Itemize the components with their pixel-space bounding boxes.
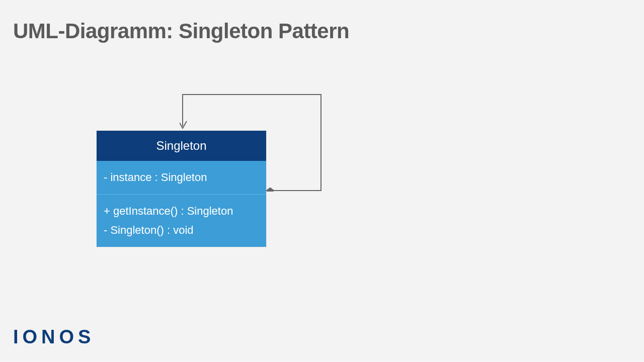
class-attributes-section: - instance : Singleton <box>97 161 266 194</box>
page-title: UML-Diagramm: Singleton Pattern <box>13 19 349 43</box>
class-operation: - Singleton() : void <box>104 221 259 240</box>
uml-class-singleton: Singleton - instance : Singleton + getIn… <box>97 131 266 247</box>
class-operations-section: + getInstance() : Singleton - Singleton(… <box>97 194 266 247</box>
class-attribute: - instance : Singleton <box>104 168 259 187</box>
ionos-logo: IONOS <box>13 326 95 348</box>
class-name-header: Singleton <box>97 131 266 161</box>
uml-diagram: Singleton - instance : Singleton + getIn… <box>97 93 348 269</box>
class-operation: + getInstance() : Singleton <box>104 202 259 221</box>
svg-marker-0 <box>266 188 274 192</box>
